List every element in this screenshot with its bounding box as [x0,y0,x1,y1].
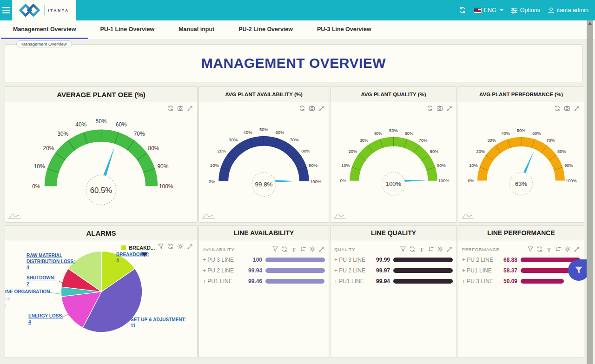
row-label[interactable]: + PU1 LINE [203,278,241,285]
refresh-icon[interactable] [409,246,416,252]
table-row[interactable]: + PU1 LINE99.94 [331,276,456,286]
row-label[interactable]: + PU 2 LINE [462,257,496,263]
tab-pu3-line-overview[interactable]: PU-3 Line Overview [305,20,383,39]
tab-pu1-line-overview[interactable]: PU-1 Line Overview [88,20,166,39]
pie-label-raw-material[interactable]: RAW MATERIAL DISTRIBUTION LOSS:4 [26,252,88,271]
svg-text:0%: 0% [32,183,40,190]
row-value: 68.88 [496,257,517,263]
row-label[interactable]: + PU 3 LINE [203,257,241,263]
refresh-icon[interactable] [167,105,174,112]
legend-dropdown-icon[interactable] [141,252,148,257]
row-bar [265,258,325,262]
title-section: Management Overview MANAGEMENT OVERVIEW [5,44,582,82]
user-icon [548,7,555,14]
pie-label-shutdown[interactable]: SHUTDOWN:2 [26,275,64,287]
table-row[interactable]: + PU1 LINE58.37 [458,265,584,276]
text-icon[interactable]: T [418,246,425,252]
svg-text:30%: 30% [360,138,369,143]
svg-text:40%: 40% [501,131,509,136]
refresh-icon[interactable] [459,7,466,14]
sparkline-icon[interactable] [333,211,347,221]
sort-icon[interactable] [428,246,434,252]
row-label[interactable]: + PU1 LINE [462,267,496,274]
refresh-icon[interactable] [167,243,174,250]
brand-logo[interactable]: ITANTA [12,0,76,20]
refresh-icon[interactable] [427,105,433,112]
expand-icon[interactable] [187,105,193,112]
filter-icon[interactable] [400,246,406,252]
refresh-icon[interactable] [536,246,543,252]
camera-icon[interactable] [177,105,184,112]
vertical-scrollbar[interactable] [587,20,593,364]
row-bar [265,279,325,284]
svg-text:63%: 63% [515,180,527,187]
expand-icon[interactable] [318,105,325,112]
svg-text:10%: 10% [341,163,350,168]
table-row[interactable]: + PU 2 LINE68.88 [458,254,584,265]
table-row[interactable]: + PU 2 LINE99.94 [199,265,329,276]
expand-icon[interactable] [574,105,580,112]
sort-icon[interactable] [555,246,562,252]
row-label[interactable]: + PU 3 LINE [334,257,369,263]
pie-label-line-organisation[interactable]: INE ORGANISATION ..... [5,289,56,307]
scroll-up-arrow-icon[interactable] [588,22,592,25]
expand-icon[interactable] [318,246,325,252]
table-row[interactable]: + PU1 LINE99.46 [199,276,329,286]
tab-management-overview[interactable]: Management Overview [1,20,88,39]
svg-text:70%: 70% [134,131,145,137]
gauge-panel-quality: 0%10%20%30%40%50%60%70%80%90%100%100% [330,102,457,223]
camera-icon[interactable] [564,105,570,112]
row-value: 99.97 [369,267,390,274]
row-label[interactable]: + PU1 LINE [334,278,369,285]
sparkline-icon[interactable] [461,211,475,221]
svg-text:60.5%: 60.5% [90,186,112,195]
gear-icon[interactable] [437,246,443,252]
table-row[interactable]: + PU 3 LINE50.09 [458,276,584,286]
gear-icon[interactable] [309,246,316,252]
text-icon[interactable]: T [291,246,297,252]
refresh-icon[interactable] [281,246,288,252]
hamburger-menu-icon[interactable] [0,10,12,11]
pie-label-energy-loss[interactable]: ENERGY LOSS:4 [28,313,70,325]
language-selector[interactable]: ENG [474,7,503,13]
us-flag-icon [474,8,482,13]
gear-icon[interactable] [177,243,184,250]
svg-text:20%: 20% [218,148,227,153]
sort-icon[interactable] [300,246,306,252]
expand-icon[interactable] [446,105,453,112]
row-label[interactable]: + PU 3 LINE [462,278,496,285]
row-label[interactable]: + PU 2 LINE [203,267,241,274]
row-label[interactable]: + PU 2 LINE [334,267,369,274]
table-row[interactable]: + PU 3 LINE100 [199,254,329,265]
svg-text:50%: 50% [517,129,525,133]
filter-icon[interactable] [527,246,534,252]
svg-text:20%: 20% [476,149,485,154]
sparkline-icon[interactable] [202,211,216,221]
tab-pu2-line-overview[interactable]: PU-2 Line Overview [226,20,305,39]
gear-icon[interactable] [564,246,571,252]
sparkline-icon[interactable] [8,211,22,221]
options-button[interactable]: Options [511,7,540,13]
table-row[interactable]: + PU 2 LINE99.97 [331,265,456,276]
camera-icon[interactable] [309,105,315,112]
filter-icon[interactable] [158,243,164,250]
expand-icon[interactable] [574,246,580,252]
user-menu[interactable]: itanta admin [548,7,588,14]
text-icon[interactable]: T [546,246,552,252]
table-row[interactable]: + PU 3 LINE99.99 [331,254,456,265]
svg-text:100%: 100% [566,179,577,183]
pie-label-setup-adjustment[interactable]: SET UP & ADJUSTMENT:11 [131,317,196,329]
top-bar: ITANTA ENG Options itanta admin [0,0,595,20]
row-value: 99.46 [241,278,262,285]
expand-icon[interactable] [446,246,453,252]
refresh-icon[interactable] [554,105,561,112]
tab-bar: Management Overview PU-1 Line Overview M… [0,20,595,39]
chevron-down-icon [500,9,503,11]
panel-header-line-availability: LINE AVAILABILITY [198,225,329,240]
refresh-icon[interactable] [299,105,305,112]
camera-icon[interactable] [436,105,443,112]
filter-icon[interactable] [272,246,278,252]
tab-manual-input[interactable]: Manual input [166,20,226,39]
expand-icon[interactable] [187,243,193,250]
row-bar [521,258,580,262]
